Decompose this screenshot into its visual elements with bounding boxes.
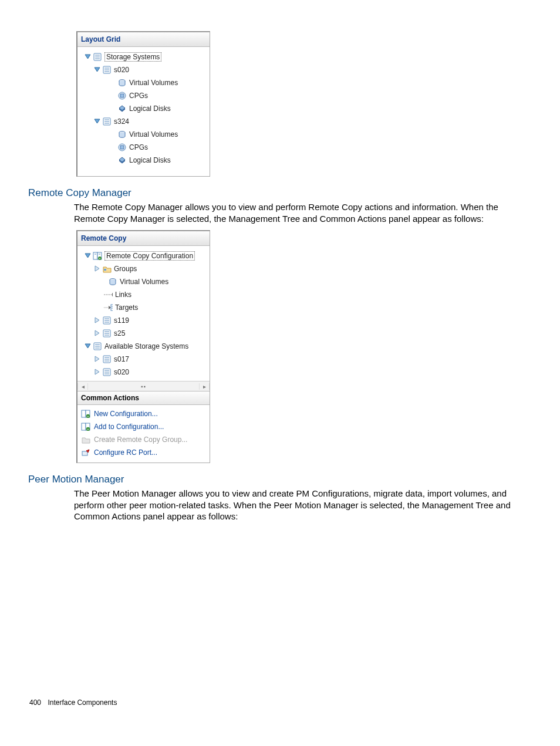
- folder-icon: [102, 264, 112, 274]
- chevron-down-icon[interactable]: [85, 252, 92, 259]
- scrollbar[interactable]: ◂ ▪▪ ▸: [77, 381, 210, 391]
- page-footer: 400 Interface Components: [29, 698, 531, 707]
- disk-icon: [117, 104, 127, 113]
- create-group-icon: [81, 435, 90, 444]
- action-configure-rc-port[interactable]: Configure RC Port...: [81, 446, 207, 459]
- tree-item[interactable]: Groups: [80, 262, 210, 275]
- chevron-right-icon[interactable]: [94, 330, 101, 337]
- svg-marker-21: [85, 254, 90, 258]
- chevron-right-icon[interactable]: [94, 369, 101, 376]
- storage-icon: [93, 52, 102, 62]
- tree-item-label: s017: [114, 355, 129, 363]
- tree-item[interactable]: s25: [80, 327, 210, 340]
- tree-root[interactable]: Storage Systems: [80, 50, 210, 63]
- tree-item-label: CPGs: [129, 92, 148, 100]
- page-number: 400: [29, 698, 41, 707]
- storage-icon: [102, 65, 112, 75]
- svg-marker-58: [95, 369, 99, 374]
- svg-text:+: +: [87, 414, 89, 418]
- svg-marker-43: [95, 330, 99, 336]
- section-heading: Peer Motion Manager: [28, 474, 531, 485]
- svg-marker-5: [95, 67, 100, 72]
- remote-copy-tree: + Remote Copy Configuration Groups Virtu…: [77, 246, 210, 381]
- action-new-configuration[interactable]: + New Configuration...: [81, 407, 207, 420]
- action-label: New Configuration...: [94, 410, 158, 418]
- action-create-rc-group: Create Remote Copy Group...: [81, 433, 207, 446]
- chevron-down-icon[interactable]: [94, 118, 101, 125]
- tree-item-system[interactable]: s020: [80, 63, 210, 76]
- tree-item-label: Logical Disks: [129, 156, 171, 164]
- common-actions-header: Common Actions: [77, 391, 210, 405]
- chevron-right-icon[interactable]: [94, 356, 101, 363]
- panel-title: Remote Copy: [77, 231, 210, 246]
- tree-item-system[interactable]: s324: [80, 115, 210, 128]
- svg-rect-71: [82, 451, 87, 455]
- common-actions: + New Configuration... + Add to Configur…: [77, 405, 210, 463]
- chevron-down-icon[interactable]: [94, 66, 101, 73]
- svg-marker-28: [95, 266, 99, 271]
- tree-item[interactable]: s119: [80, 314, 210, 327]
- tree-item-label: Links: [115, 291, 131, 299]
- volume-icon: [117, 78, 127, 87]
- chevron-right-icon[interactable]: [94, 265, 101, 272]
- tree-item[interactable]: CPGs: [80, 141, 210, 154]
- tree-item-label: s324: [114, 117, 129, 126]
- tree-item[interactable]: s020: [80, 366, 210, 379]
- add-config-icon: +: [81, 422, 90, 431]
- tree-item-label: Virtual Volumes: [129, 130, 178, 139]
- tree-root[interactable]: + Remote Copy Configuration: [80, 249, 210, 262]
- layout-grid-panel: Layout Grid Storage Systems s020 Virtual…: [76, 31, 210, 177]
- svg-marker-38: [95, 318, 99, 323]
- action-label: Add to Configuration...: [94, 423, 164, 431]
- new-config-icon: +: [81, 409, 90, 418]
- cpg-icon: [117, 91, 127, 100]
- action-add-configuration[interactable]: + Add to Configuration...: [81, 420, 207, 433]
- tree-item-avail[interactable]: Available Storage Systems: [80, 340, 210, 353]
- tree-item[interactable]: s017: [80, 353, 210, 366]
- tree-item[interactable]: Logical Disks: [80, 102, 210, 115]
- tree-root-label: Storage Systems: [104, 52, 161, 62]
- svg-rect-22: [93, 252, 97, 259]
- tree-item[interactable]: Links: [80, 288, 210, 301]
- links-icon: [103, 290, 113, 299]
- scroll-right-icon[interactable]: ▸: [199, 383, 210, 390]
- chevron-down-icon[interactable]: [85, 343, 92, 350]
- scroll-track[interactable]: ▪▪: [88, 383, 199, 390]
- storage-icon: [102, 367, 112, 377]
- tree-item[interactable]: CPGs: [80, 89, 210, 102]
- tree-item[interactable]: Targets: [80, 301, 210, 314]
- cpg-icon: [117, 143, 127, 152]
- svg-rect-63: [82, 410, 86, 417]
- storage-icon: [102, 355, 112, 364]
- svg-marker-34: [109, 306, 111, 309]
- section-paragraph: The Remote Copy Manager allows you to vi…: [74, 201, 531, 224]
- tree-item-label: Available Storage Systems: [104, 342, 188, 350]
- port-icon: [81, 448, 90, 457]
- remote-copy-panel: Remote Copy + Remote Copy Configuration …: [76, 230, 210, 463]
- svg-rect-67: [82, 423, 86, 430]
- storage-icon: [102, 329, 112, 338]
- svg-text:+: +: [99, 256, 101, 260]
- scroll-left-icon[interactable]: ◂: [77, 383, 88, 390]
- layout-grid-tree: Storage Systems s020 Virtual Volumes CPG…: [77, 47, 210, 176]
- action-label: Create Remote Copy Group...: [94, 436, 187, 444]
- svg-rect-20: [120, 146, 124, 149]
- tree-item[interactable]: Virtual Volumes: [80, 275, 210, 288]
- remote-copy-icon: +: [93, 251, 102, 261]
- svg-marker-0: [85, 55, 90, 59]
- svg-marker-53: [95, 356, 99, 362]
- tree-item-label: Virtual Volumes: [129, 79, 178, 87]
- tree-item-label: CPGs: [129, 143, 148, 151]
- storage-icon: [93, 342, 102, 351]
- tree-item-label: s020: [114, 66, 129, 74]
- section-heading: Remote Copy Manager: [28, 187, 531, 199]
- svg-rect-35: [111, 305, 113, 310]
- tree-item[interactable]: Logical Disks: [80, 154, 210, 167]
- chevron-down-icon[interactable]: [85, 53, 92, 60]
- panel-title: Layout Grid: [77, 32, 210, 47]
- chevron-right-icon[interactable]: [94, 317, 101, 324]
- tree-item[interactable]: Virtual Volumes: [80, 76, 210, 89]
- storage-icon: [102, 117, 112, 126]
- action-label: Configure RC Port...: [94, 448, 157, 457]
- tree-item[interactable]: Virtual Volumes: [80, 128, 210, 141]
